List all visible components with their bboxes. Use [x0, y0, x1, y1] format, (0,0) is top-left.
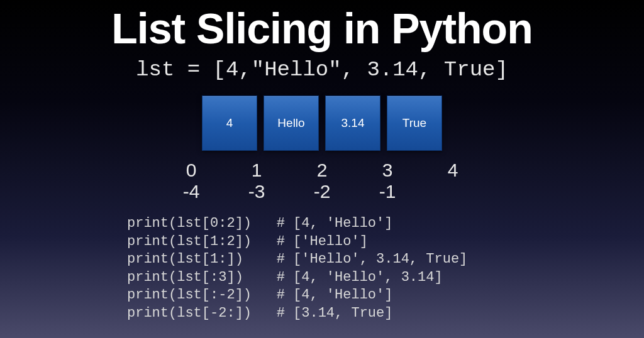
negative-indices: -4 -3 -2 -1 — [158, 181, 486, 202]
positive-indices: 0 1 2 3 4 — [158, 160, 486, 181]
index-label: -2 — [289, 181, 355, 202]
list-box: 3.14 — [325, 95, 380, 151]
index-labels: 0 1 2 3 4 -4 -3 -2 -1 — [158, 160, 486, 202]
slide-title: List Slicing in Python — [0, 4, 644, 53]
list-box: Hello — [264, 95, 319, 151]
code-line: print(lst[-2:]) # [3.14, True] — [127, 305, 644, 323]
index-label: 0 — [158, 160, 224, 181]
list-declaration: lst = [4,"Hello", 3.14, True] — [0, 58, 644, 82]
index-label: 1 — [224, 160, 289, 181]
index-label: 4 — [420, 160, 486, 181]
index-label: -4 — [158, 181, 224, 202]
index-label: -3 — [224, 181, 289, 202]
list-box: 4 — [202, 95, 257, 151]
index-label: 2 — [289, 160, 355, 181]
code-line: print(lst[1:]) # ['Hello', 3.14, True] — [127, 251, 644, 269]
code-line: print(lst[1:2]) # ['Hello'] — [127, 233, 644, 251]
list-box: True — [387, 95, 442, 151]
list-boxes: 4 Hello 3.14 True — [0, 95, 644, 151]
index-label: 3 — [355, 160, 420, 181]
code-line: print(lst[0:2]) # [4, 'Hello'] — [127, 215, 644, 233]
index-label: -1 — [355, 181, 420, 202]
code-block: print(lst[0:2]) # [4, 'Hello']print(lst[… — [127, 215, 644, 323]
code-line: print(lst[:-2]) # [4, 'Hello'] — [127, 286, 644, 305]
code-line: print(lst[:3]) # [4, 'Hello', 3.14] — [127, 269, 644, 287]
